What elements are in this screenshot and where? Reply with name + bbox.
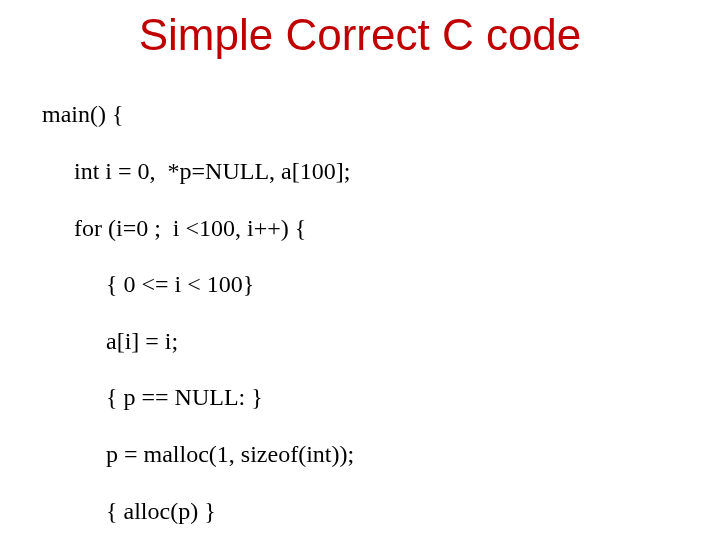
code-block: main() { int i = 0, *p=NULL, a[100]; for…: [42, 72, 354, 540]
code-line: { 0 <= i < 100}: [42, 270, 354, 298]
code-line: main() {: [42, 100, 354, 128]
code-line: int i = 0, *p=NULL, a[100];: [42, 157, 354, 185]
code-line: for (i=0 ; i <100, i++) {: [42, 214, 354, 242]
code-line: a[i] = i;: [42, 327, 354, 355]
code-line: p = malloc(1, sizeof(int));: [42, 440, 354, 468]
slide: Simple Correct C code main() { int i = 0…: [0, 0, 720, 540]
slide-title: Simple Correct C code: [0, 10, 720, 60]
code-line: { alloc(p) }: [42, 497, 354, 525]
code-line: { p == NULL: }: [42, 383, 354, 411]
